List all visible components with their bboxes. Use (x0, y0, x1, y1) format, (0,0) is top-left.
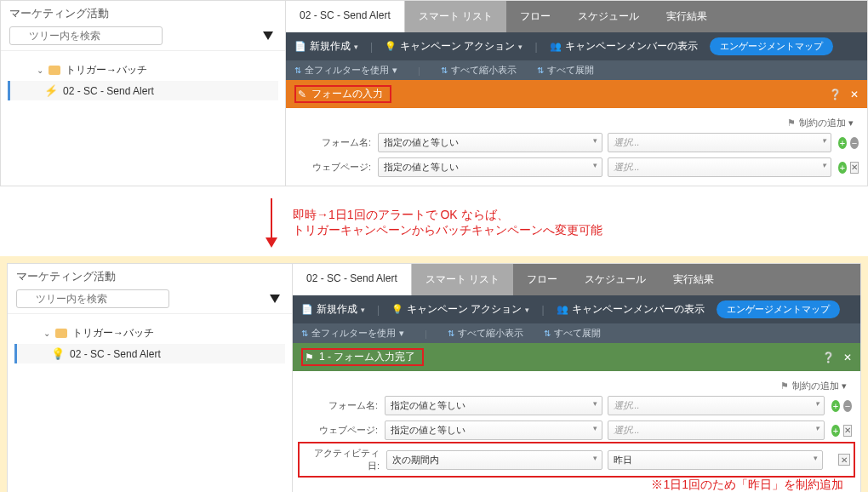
operator-select[interactable]: 指定の値と等しい (385, 420, 602, 440)
annotation-line2: トリガーキャンペーンからバッチキャンペーンへ変更可能 (293, 223, 602, 238)
filter-row-form: フォーム名: 指定の値と等しい 選択... + − (301, 396, 852, 415)
search-input[interactable] (9, 26, 163, 45)
tree-item-campaign[interactable]: ⚡ 02 - SC - Send Alert (8, 81, 278, 100)
operator-select[interactable]: 指定の値と等しい (378, 133, 602, 152)
sidebar-title: マーケティング活動 (16, 269, 283, 284)
batch-title: 1 - フォーム入力完了 (319, 350, 415, 364)
search-input[interactable] (16, 289, 169, 308)
tab-schedule[interactable]: スケジュール (564, 1, 653, 32)
help-icon[interactable]: ❔ (829, 89, 842, 100)
tab-results[interactable]: 実行結果 (660, 264, 728, 295)
toolbar-new[interactable]: 📄新規作成 (301, 302, 365, 317)
filter-icon[interactable] (263, 31, 273, 40)
folder-icon (49, 66, 60, 75)
sidebar: マーケティング活動 🔍 ⌄ トリガー→バッチ 💡 02 - SC - Send … (8, 264, 293, 492)
collapse-all[interactable]: すべて縮小表示 (441, 64, 517, 77)
collapse-all[interactable]: すべて縮小表示 (448, 327, 523, 340)
chevron-down-icon: ⌄ (43, 329, 50, 338)
filter-icon: ⚑ (305, 352, 314, 363)
filter-row-form: フォーム名: 指定の値と等しい 選択... + − (294, 133, 859, 152)
filter-label: アクティビティ日: (303, 447, 380, 472)
app-shell-batch: マーケティング活動 🔍 ⌄ トリガー→バッチ 💡 02 - SC - Send … (7, 263, 861, 492)
tree-item-campaign[interactable]: 💡 02 - SC - Send Alert (14, 344, 285, 363)
filter-label: ウェブページ: (294, 161, 371, 174)
toolbar: 📄新規作成 | 💡キャンペーン アクション | 👥キャンペーンメンバーの表示 エ… (293, 295, 860, 323)
new-icon: 📄 (301, 304, 313, 315)
chevron-down-icon: ⌄ (37, 66, 43, 75)
use-all-filters[interactable]: 全フィルターを使用 ▾ (294, 64, 397, 77)
tree: ⌄ トリガー→バッチ 💡 02 - SC - Send Alert (8, 314, 292, 372)
value-select[interactable]: 選択... (608, 133, 832, 152)
tab-results[interactable]: 実行結果 (653, 1, 721, 32)
toolbar-campaign-actions[interactable]: 💡キャンペーン アクション (391, 302, 529, 317)
flag-icon: ⚑ (780, 380, 789, 391)
add-row-button[interactable]: + (831, 425, 840, 437)
tab-flow[interactable]: フロー (513, 264, 571, 295)
expand-all[interactable]: すべて展開 (537, 64, 594, 77)
close-icon[interactable]: ✕ (850, 89, 859, 100)
value-select[interactable]: 選択... (608, 396, 825, 415)
close-icon[interactable]: ✕ (843, 352, 852, 363)
filter-row-activity-date: アクティビティ日: 次の期間内 昨日 ✕ (301, 445, 852, 474)
tab-smartlist[interactable]: スマート リスト (405, 1, 506, 32)
tab-flow[interactable]: フロー (506, 1, 564, 32)
filter-icon[interactable] (270, 295, 280, 303)
sidebar-title: マーケティング活動 (9, 6, 277, 21)
value-select[interactable]: 選択... (608, 157, 832, 177)
batch-panel-header[interactable]: ⚑1 - フォーム入力完了 ❔ ✕ (293, 343, 860, 371)
add-constraint[interactable]: ⚑制約の追加 ▾ (294, 113, 859, 133)
value-select[interactable]: 昨日 (608, 450, 824, 470)
tree: ⌄ トリガー→バッチ ⚡ 02 - SC - Send Alert (1, 51, 285, 109)
operator-select[interactable]: 指定の値と等しい (385, 396, 602, 415)
add-constraint[interactable]: ⚑制約の追加 ▾ (301, 376, 852, 396)
help-icon[interactable]: ❔ (822, 352, 835, 363)
remove-row-button[interactable]: − (843, 400, 852, 412)
use-all-filters[interactable]: 全フィルターを使用 ▾ (301, 327, 404, 340)
trigger-panel-header[interactable]: ✎フォームの入力 ❔ ✕ (286, 80, 867, 108)
campaign-title: 02 - SC - Send Alert (293, 264, 412, 295)
tree-item-label: 02 - SC - Send Alert (63, 85, 154, 97)
toolbar-show-members[interactable]: 👥キャンペーンメンバーの表示 (557, 302, 705, 317)
add-row-button[interactable]: + (838, 137, 847, 149)
subbar: 全フィルターを使用 ▾ | すべて縮小表示 すべて展開 (286, 60, 867, 80)
highlight-frame: マーケティング活動 🔍 ⌄ トリガー→バッチ 💡 02 - SC - Send … (0, 256, 868, 492)
toolbar-new[interactable]: 📄新規作成 (294, 39, 358, 54)
add-row-button[interactable]: + (838, 162, 847, 174)
engagement-map-button[interactable]: エンゲージメントマップ (717, 300, 840, 318)
delete-row-button[interactable]: ✕ (843, 425, 852, 437)
engagement-map-button[interactable]: エンゲージメントマップ (710, 37, 833, 55)
bulb-icon: 💡 (391, 304, 403, 315)
filter-row-webpage: ウェブページ: 指定の値と等しい 選択... + ✕ (301, 420, 852, 440)
batch-panel: ⚑1 - フォーム入力完了 ❔ ✕ ⚑制約の追加 ▾ フォーム名: 指定の値と等… (293, 343, 860, 492)
toolbar-campaign-actions[interactable]: 💡キャンペーン アクション (385, 39, 523, 54)
trigger-panel: ✎フォームの入力 ❔ ✕ ⚑制約の追加 ▾ フォーム名: 指定の値と等しい 選択… (286, 80, 867, 186)
filter-row-webpage: ウェブページ: 指定の値と等しい 選択... + ✕ (294, 157, 859, 177)
filter-label: フォーム名: (301, 399, 378, 412)
expand-all[interactable]: すべて展開 (544, 327, 601, 340)
filter-label: フォーム名: (294, 136, 371, 149)
members-icon: 👥 (557, 304, 568, 315)
tree-folder-label: トリガー→バッチ (66, 63, 147, 77)
bolt-icon: ⚡ (44, 84, 58, 97)
toolbar-show-members[interactable]: 👥キャンペーンメンバーの表示 (550, 39, 698, 54)
tab-smartlist[interactable]: スマート リスト (412, 264, 513, 295)
tabs: 02 - SC - Send Alert スマート リスト フロー スケジュール… (286, 1, 867, 32)
tab-schedule[interactable]: スケジュール (571, 264, 660, 295)
tree-folder[interactable]: ⌄ トリガー→バッチ (8, 60, 278, 81)
main: 02 - SC - Send Alert スマート リスト フロー スケジュール… (286, 1, 867, 186)
folder-icon (55, 329, 67, 338)
tree-folder[interactable]: ⌄ トリガー→バッチ (14, 323, 285, 344)
delete-row-button[interactable]: ✕ (850, 162, 859, 174)
add-row-button[interactable]: + (831, 400, 840, 412)
operator-select[interactable]: 次の期間内 (386, 450, 602, 470)
filter-label: ウェブページ: (301, 424, 378, 437)
tabs: 02 - SC - Send Alert スマート リスト フロー スケジュール… (293, 264, 860, 295)
value-select[interactable]: 選択... (608, 420, 825, 440)
lightbulb-icon: 💡 (51, 347, 65, 360)
tree-item-label: 02 - SC - Send Alert (70, 348, 161, 360)
remove-row-button[interactable]: − (850, 137, 859, 149)
operator-select[interactable]: 指定の値と等しい (378, 157, 602, 177)
members-icon: 👥 (550, 41, 562, 52)
delete-row-button[interactable]: ✕ (838, 454, 850, 466)
trigger-title: フォームの入力 (311, 87, 383, 101)
